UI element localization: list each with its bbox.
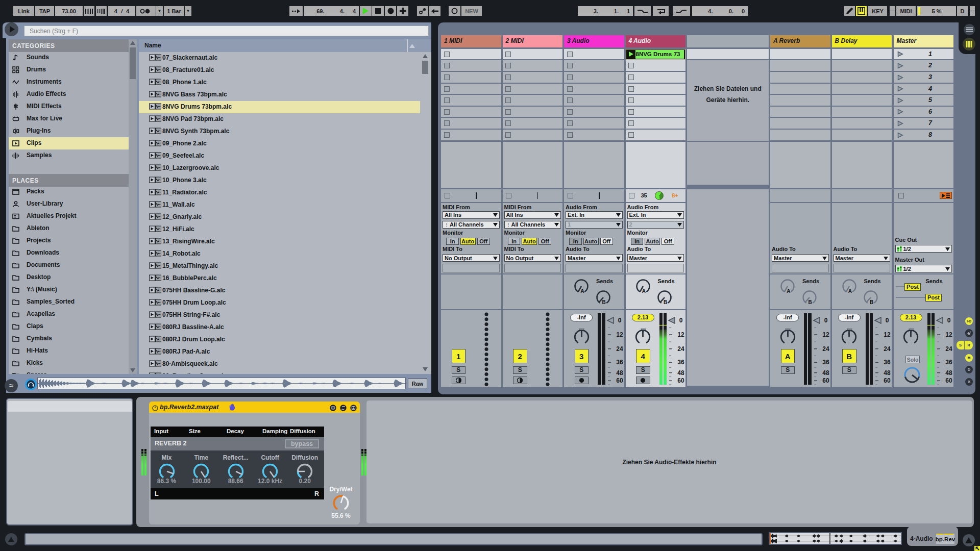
svg-text:0: 0 xyxy=(679,317,683,324)
svg-text:24: 24 xyxy=(884,345,891,353)
svg-text:48: 48 xyxy=(945,369,952,377)
svg-text:36: 36 xyxy=(822,359,829,366)
svg-text:12: 12 xyxy=(677,331,684,338)
svg-text:48: 48 xyxy=(822,369,829,377)
svg-text:12: 12 xyxy=(822,331,829,338)
svg-text:0: 0 xyxy=(824,317,827,324)
svg-text:0: 0 xyxy=(618,317,621,324)
svg-text:60: 60 xyxy=(884,377,891,384)
svg-text:24: 24 xyxy=(822,345,829,353)
svg-text:24: 24 xyxy=(616,345,623,353)
svg-text:48: 48 xyxy=(616,369,623,377)
svg-text:60: 60 xyxy=(616,377,623,384)
svg-text:24: 24 xyxy=(945,345,952,353)
svg-text:0: 0 xyxy=(947,317,951,324)
svg-text:36: 36 xyxy=(884,359,891,366)
svg-text:36: 36 xyxy=(945,359,952,366)
svg-text:48: 48 xyxy=(677,369,684,377)
svg-text:60: 60 xyxy=(945,377,952,384)
svg-text:12: 12 xyxy=(945,331,952,338)
svg-text:36: 36 xyxy=(616,359,623,366)
svg-text:60: 60 xyxy=(677,377,684,384)
svg-text:48: 48 xyxy=(884,369,891,377)
svg-text:12: 12 xyxy=(884,331,891,338)
svg-text:0: 0 xyxy=(886,317,889,324)
svg-text:60: 60 xyxy=(822,377,829,384)
svg-text:12: 12 xyxy=(616,331,623,338)
svg-text:36: 36 xyxy=(677,359,684,366)
svg-text:24: 24 xyxy=(677,345,684,353)
